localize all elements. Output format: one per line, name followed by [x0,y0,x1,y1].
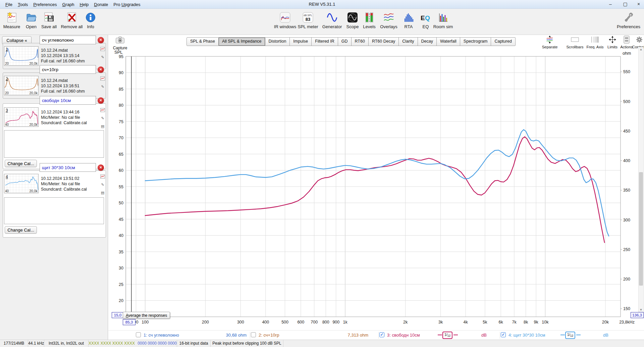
legend-separator [250,332,250,339]
measurement-index[interactable]: 4 [6,175,8,179]
thumb-xmin-label: 20 [5,62,9,65]
legend-label-2[interactable]: 2: сч+10гр [259,333,279,338]
svg-text:900: 900 [332,320,339,325]
legend-checkbox-2[interactable] [251,332,256,337]
svg-text:7k: 7k [512,320,517,325]
legend-label-3[interactable]: 3: свободн 10см [387,333,420,338]
svg-text:75: 75 [119,119,123,124]
svg-text:9k: 9k [534,320,539,325]
legend-unit-3: dB [481,333,487,338]
svg-text:40: 40 [119,233,123,238]
legend-value-2: 7,313 ohm [336,333,368,338]
thumb-xmin-label: 40 [5,123,9,127]
svg-text:5k: 5k [483,320,487,325]
rew-application-window: FileToolsPreferencesGraphHelpDonatePro U… [0,0,644,347]
svg-text:550: 550 [623,69,630,74]
svg-text:8k: 8k [524,320,528,325]
average-responses-button[interactable]: Average the responses [123,312,170,319]
scroll-up-icon[interactable]: ▲ [639,48,643,51]
measurement-index[interactable]: 1 [6,47,8,52]
svg-text:300: 300 [237,320,244,325]
svg-text:30: 30 [119,266,123,270]
svg-text:95: 95 [119,54,123,59]
measurement-index[interactable]: 3 [6,108,8,113]
freq-axis-lower-limit-box[interactable]: 85,3 [123,319,136,325]
svg-text:4k: 4k [464,320,468,325]
trace-legend: 1: сч углеволокно30,68 ohm2: сч+10гр7,31… [108,330,644,340]
svg-text:20: 20 [119,298,123,303]
svg-text:400: 400 [262,320,269,325]
svg-text:50: 50 [119,201,123,205]
right-axis-caption: ohm [623,51,631,56]
legend-label-4[interactable]: 4: щит 30*30 10см [508,333,545,338]
legend-checkbox-1[interactable] [136,332,141,337]
thumb-xmax-label: 20,0k [30,91,38,95]
capture-label: Capture [113,46,127,50]
svg-text:200: 200 [623,277,630,282]
svg-text:85: 85 [119,87,123,92]
svg-text:10k: 10k [542,320,549,325]
svg-text:250: 250 [623,247,630,252]
thumb-xmax-label: 20,0k [30,189,38,193]
trace-3 [145,137,605,243]
thumb-xmax-label: 20,0k [30,62,38,65]
svg-text:450: 450 [623,129,630,134]
legend-label-1[interactable]: 1: сч углеволокно [144,333,179,338]
svg-text:400: 400 [623,158,630,163]
smoothing-dash [438,335,442,335]
smoothing-badge-4[interactable]: 1/12 [565,332,575,339]
svg-text:3k: 3k [438,320,443,325]
legend-separator [378,332,379,339]
legend-value-1: 30,68 ohm [215,333,247,338]
legend-separator [500,332,500,339]
scroll-down-icon[interactable]: ▼ [639,308,643,311]
svg-text:45: 45 [119,217,123,222]
svg-text:350: 350 [623,188,630,193]
svg-text:100: 100 [142,320,149,325]
left-axis-caption: SPL [114,50,123,55]
legend-unit-4: dB [603,333,608,338]
legend-checkbox-4[interactable]: ✓ [501,332,506,337]
svg-text:90: 90 [119,70,123,75]
svg-text:1k: 1k [343,320,348,325]
measurement-index[interactable]: 2 [6,77,8,81]
svg-text:700: 700 [311,320,318,325]
svg-text:200: 200 [202,320,209,325]
smoothing-dash [453,335,458,335]
thumb-xmin-label: 40 [5,189,9,193]
smoothing-dash [576,335,581,335]
svg-text:2k: 2k [403,320,408,325]
svg-text:23,8kHz: 23,8kHz [619,320,635,325]
svg-text:80: 80 [119,103,123,108]
smoothing-dash [560,335,565,335]
thumb-xmin-label: 20 [5,91,9,95]
capture-button[interactable]: Capture [113,35,127,50]
vertical-scrollbar[interactable]: ▲ ▼ [638,47,644,312]
svg-text:6k: 6k [499,320,503,325]
right-axis-lower-limit-box[interactable]: 136,3 [631,312,644,318]
smoothing-badge-3[interactable]: 1/12 [442,332,452,339]
svg-text:600: 600 [297,320,304,325]
scrollbar-thumb[interactable] [639,172,643,286]
spl-impedance-chart[interactable]: 80901002003004005006007008009001k2k3k4k5… [0,0,644,347]
svg-text:25: 25 [119,282,123,287]
svg-text:300: 300 [623,218,630,222]
left-axis-lower-limit-box[interactable]: 15,0 [112,312,124,318]
trace-4 [145,130,609,236]
svg-text:35: 35 [119,250,123,254]
thumb-xmax-label: 20,0k [30,123,38,127]
svg-text:60: 60 [119,168,123,173]
legend-checkbox-3[interactable]: ✓ [379,332,384,337]
svg-text:150: 150 [623,306,630,311]
svg-text:70: 70 [119,136,123,140]
svg-text:55: 55 [119,185,123,189]
svg-text:800: 800 [322,320,329,325]
svg-text:500: 500 [281,320,288,325]
svg-text:500: 500 [623,99,630,104]
svg-text:20k: 20k [602,320,609,325]
svg-text:65: 65 [119,152,123,157]
